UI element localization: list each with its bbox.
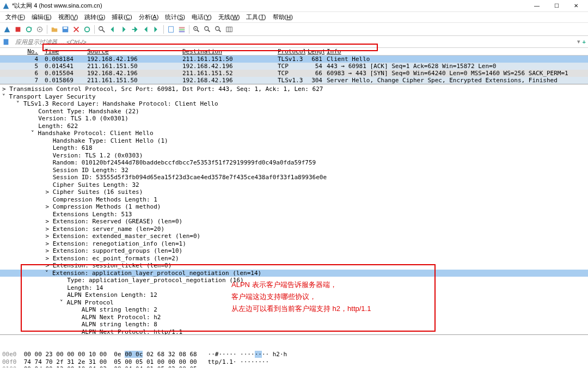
- svg-line-19: [219, 29, 221, 32]
- col-destination[interactable]: Destination: [180, 48, 275, 55]
- menu-analyze[interactable]: 分析(A): [136, 12, 162, 22]
- prev-icon[interactable]: [108, 25, 118, 34]
- tree-node[interactable]: ˅ Transport Layer Security: [0, 93, 588, 101]
- reload-icon[interactable]: [82, 25, 92, 34]
- menu-stats[interactable]: 统计(S): [162, 12, 188, 22]
- zoom-in-icon[interactable]: +: [192, 25, 201, 34]
- zoom-reset-icon[interactable]: [213, 25, 223, 34]
- menu-edit[interactable]: 编辑(E): [28, 12, 55, 22]
- menu-tel[interactable]: 电话(Y): [188, 12, 215, 22]
- menu-capture[interactable]: 捕获(C): [108, 12, 135, 22]
- resize-cols-icon[interactable]: [224, 25, 234, 34]
- last-icon[interactable]: [151, 25, 161, 34]
- toolbar-separator: [189, 25, 189, 34]
- toolbar-separator: [47, 25, 47, 34]
- stop-capture-icon[interactable]: [13, 25, 23, 34]
- packet-row[interactable]: 70.015869211.161.151.50192.168.42.196TLS…: [0, 77, 588, 84]
- tree-node[interactable]: ˅ Handshake Protocol: Client Hello: [0, 130, 588, 137]
- packet-list-header: No. Time Source Destination Protocol Len…: [0, 48, 588, 56]
- close-button[interactable]: ✕: [566, 0, 586, 12]
- tree-node[interactable]: Random: 010120bf24544d780baddebccfdbcc7e…: [0, 159, 588, 167]
- tree-node[interactable]: > Compression Methods (1 method): [0, 203, 588, 211]
- tree-node[interactable]: Length: 622: [0, 123, 588, 130]
- svg-point-6: [85, 27, 90, 32]
- goto-icon[interactable]: [130, 25, 139, 34]
- display-filter-input[interactable]: [12, 36, 575, 47]
- svg-line-14: [197, 29, 199, 32]
- svg-point-3: [39, 28, 41, 30]
- packet-row[interactable]: 50.014541211.161.151.50192.168.42.196TCP…: [0, 63, 588, 70]
- menu-wireless[interactable]: 无线(W): [215, 12, 243, 22]
- tree-node[interactable]: > Extension: renegotiation_info (len=1): [0, 240, 588, 248]
- svg-line-8: [102, 29, 105, 32]
- menu-tools[interactable]: 工具(T): [243, 12, 269, 22]
- tree-node[interactable]: ALPN string length: 8: [0, 321, 588, 328]
- hex-row[interactable]: 00f0 74 74 70 2f 31 2e 31 00 05 00 05 01…: [2, 358, 586, 366]
- tree-node[interactable]: Version: TLS 1.0 (0x0301): [0, 115, 588, 123]
- col-info[interactable]: Info: [324, 48, 588, 55]
- packet-details[interactable]: > Transmission Control Protocol, Src Por…: [0, 84, 588, 335]
- autoscroll-icon[interactable]: [166, 25, 176, 34]
- next-icon[interactable]: [119, 25, 128, 34]
- first-icon[interactable]: [140, 25, 150, 34]
- minimize-button[interactable]: —: [527, 0, 547, 12]
- tree-node[interactable]: > Cipher Suites (16 suites): [0, 188, 588, 196]
- find-icon[interactable]: [97, 25, 107, 34]
- open-file-icon[interactable]: [50, 25, 59, 34]
- filter-bookmark-icon[interactable]: [1, 37, 11, 47]
- tree-node[interactable]: > Extension: supported_groups (len=10): [0, 247, 588, 255]
- save-icon[interactable]: [60, 25, 70, 34]
- filter-bar: ▾ +: [0, 36, 588, 48]
- filter-dropdown-icon[interactable]: ▾: [577, 38, 580, 45]
- tree-node[interactable]: > Extension: Reserved (GREASE) (len=0): [0, 218, 588, 225]
- hex-row[interactable]: 00e0 00 00 23 00 00 00 10 00 0e 00 0c 02…: [2, 351, 586, 358]
- tree-node[interactable]: Compression Methods Length: 1: [0, 196, 588, 204]
- col-protocol[interactable]: Protocol: [275, 48, 305, 55]
- titlebar: *以太网 4 (host www.sina.com.cn) — ☐ ✕: [0, 0, 588, 12]
- svg-text:+: +: [195, 27, 197, 30]
- tree-node[interactable]: > Extension: session_ticket (len=0): [0, 262, 588, 270]
- tree-node[interactable]: ˅ Extension: application_layer_protocol_…: [0, 270, 588, 277]
- hex-dump[interactable]: 00e0 00 00 23 00 00 00 10 00 0e 00 0c 02…: [0, 335, 588, 368]
- menu-view[interactable]: 视图(V): [55, 12, 82, 22]
- svg-rect-5: [64, 27, 68, 29]
- menu-go[interactable]: 跳转(G): [81, 12, 108, 22]
- colorize-icon[interactable]: [177, 25, 187, 34]
- tree-node[interactable]: Version: TLS 1.2 (0x0303): [0, 152, 588, 160]
- svg-rect-0: [16, 27, 21, 32]
- tree-node[interactable]: Extensions Length: 513: [0, 211, 588, 218]
- col-length[interactable]: Length: [305, 48, 324, 55]
- menu-help[interactable]: 帮助(H): [270, 12, 296, 22]
- tree-node[interactable]: Session ID Length: 32: [0, 167, 588, 174]
- start-capture-icon[interactable]: [2, 25, 12, 34]
- options-icon[interactable]: [35, 25, 45, 34]
- tree-node[interactable]: > Extension: server_name (len=20): [0, 225, 588, 233]
- packet-row[interactable]: 60.015504192.168.42.196211.161.151.52TCP…: [0, 70, 588, 77]
- window-title: *以太网 4 (host www.sina.com.cn): [12, 2, 527, 10]
- filter-add-icon[interactable]: +: [583, 39, 586, 45]
- col-no[interactable]: No.: [0, 48, 42, 55]
- tree-node[interactable]: Handshake Type: Client Hello (1): [0, 137, 588, 145]
- maximize-button[interactable]: ☐: [547, 0, 566, 12]
- col-time[interactable]: Time: [42, 48, 85, 55]
- tree-node[interactable]: > Extension: ec_point_formats (len=2): [0, 255, 588, 263]
- window-controls: — ☐ ✕: [527, 0, 586, 12]
- tree-node[interactable]: > Transmission Control Protocol, Src Por…: [0, 86, 588, 93]
- tree-node[interactable]: Content Type: Handshake (22): [0, 108, 588, 115]
- packet-row[interactable]: 40.008184192.168.42.196211.161.151.50TLS…: [0, 56, 588, 63]
- tree-node[interactable]: ALPN Next Protocol: http/1.1: [0, 328, 588, 336]
- tree-node[interactable]: Session ID: 53555d5f3fb094d65ea15f23d3ca…: [0, 174, 588, 181]
- tree-node[interactable]: Cipher Suites Length: 32: [0, 181, 588, 189]
- hex-row[interactable]: 0100 00 0d 00 12 00 10 04 03 08 04 04 01…: [2, 365, 586, 368]
- tree-node[interactable]: ˅ TLSv1.3 Record Layer: Handshake Protoc…: [0, 100, 588, 108]
- restart-capture-icon[interactable]: [24, 25, 34, 34]
- col-source[interactable]: Source: [85, 48, 180, 55]
- zoom-out-icon[interactable]: [203, 25, 212, 34]
- menu-file[interactable]: 文件(F): [2, 12, 28, 22]
- close-file-icon[interactable]: [71, 25, 81, 34]
- tree-node[interactable]: Length: 618: [0, 144, 588, 152]
- svg-point-1: [27, 27, 32, 32]
- annotation-text: ALPN 表示客户端告诉服务器端， 客户端这边支持哪些协议， 从左边可以看到当前…: [231, 279, 371, 315]
- tree-node[interactable]: > Extension: extended_master_secret (len…: [0, 233, 588, 240]
- packet-list: No. Time Source Destination Protocol Len…: [0, 48, 588, 84]
